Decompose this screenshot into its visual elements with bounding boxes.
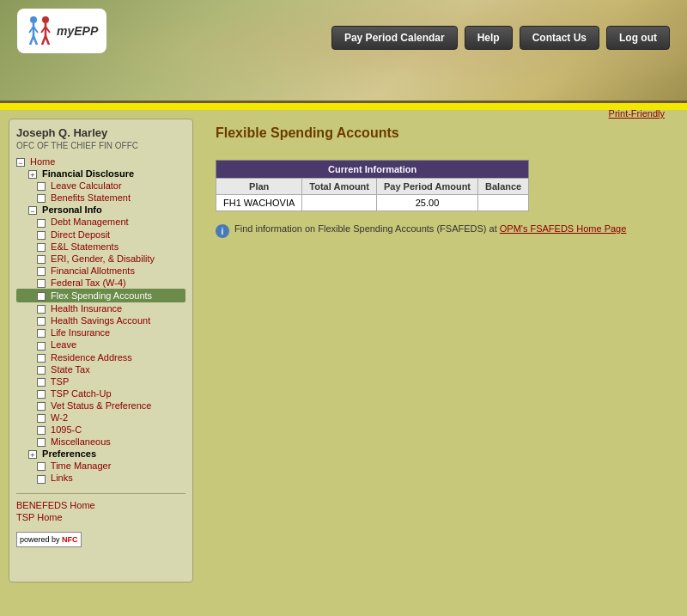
sidebar-link-links[interactable]: Links (51, 473, 73, 483)
col-header-pay-period-amount: Pay Period Amount (376, 179, 477, 195)
sidebar-link-state-tax[interactable]: State Tax (51, 364, 90, 375)
sidebar-item-el-statements[interactable]: E&L Statements (16, 241, 185, 253)
table-cell-balance (478, 195, 529, 211)
col-header-balance: Balance (478, 179, 529, 195)
sidebar-item-residence-address[interactable]: Residence Address (16, 351, 185, 363)
main-layout: Joseph Q. Harley OFC OF THE CHIEF FIN OF… (0, 110, 687, 591)
info-text-before-link: Find information on Flexible Spending Ac… (234, 223, 500, 234)
info-link-opm-fsafeds[interactable]: OPM's FSAFEDS Home Page (500, 223, 627, 234)
sidebar-item-time-manager[interactable]: Time Manager (16, 460, 185, 472)
sidebar-link-w2[interactable]: W-2 (51, 412, 68, 423)
sidebar-link-leave-calculator[interactable]: Leave Calculator (51, 180, 122, 191)
minus-icon-home: − (16, 158, 25, 167)
content-area: Flexible Spending Accounts Print-Friendl… (202, 119, 678, 582)
sidebar-link-tsp[interactable]: TSP (51, 376, 69, 387)
info-text: Find information on Flexible Spending Ac… (234, 223, 626, 234)
checkbox-icon-federal-tax (37, 279, 46, 288)
powered-by-nfc: NFC (62, 535, 78, 544)
sidebar-link-debt-management[interactable]: Debt Management (51, 217, 129, 227)
sidebar-item-financial-allotments[interactable]: Financial Allotments (16, 265, 185, 277)
sidebar-department: OFC OF THE CHIEF FIN OFFC (16, 141, 185, 150)
sidebar-link-el-statements[interactable]: E&L Statements (51, 241, 119, 252)
plus-icon-financial-disclosure: + (28, 170, 37, 179)
sidebar-link-tsp-catchup[interactable]: TSP Catch-Up (51, 388, 112, 399)
sidebar-link-health-savings[interactable]: Health Savings Account (51, 315, 150, 326)
checkbox-icon-benefits-statement (37, 194, 46, 203)
sidebar-item-flex-spending[interactable]: Flex Spending Accounts (16, 289, 185, 302)
sidebar-link-benefits-statement[interactable]: Benefits Statement (51, 192, 131, 203)
sidebar-item-links[interactable]: Links (16, 472, 185, 484)
sidebar-link-tsp-home[interactable]: TSP Home (16, 512, 63, 522)
info-section: i Find information on Flexible Spending … (216, 223, 665, 238)
sidebar-link-residence-address[interactable]: Residence Address (51, 352, 132, 363)
log-out-button[interactable]: Log out (606, 26, 670, 50)
powered-by-badge: powered by NFC (16, 532, 82, 547)
logo-figures-svg (26, 14, 53, 48)
logo-area: myEPP (17, 9, 106, 53)
sidebar-link-leave[interactable]: Leave (51, 339, 76, 350)
checkbox-icon-vet-status (37, 402, 46, 411)
checkbox-icon-1095c (37, 426, 46, 435)
sidebar-item-financial-disclosure[interactable]: + Financial Disclosure (16, 168, 185, 180)
page-title: Flexible Spending Accounts (216, 125, 399, 141)
sidebar-item-benefeds-home[interactable]: BENEFEDS Home (16, 499, 185, 511)
sidebar-link-eri[interactable]: ERI, Gender, & Disability (51, 253, 155, 264)
svg-point-6 (42, 16, 49, 23)
sidebar-link-health-insurance[interactable]: Health Insurance (51, 303, 122, 314)
sidebar-item-preferences[interactable]: + Preferences (16, 448, 185, 460)
print-friendly-link[interactable]: Print-Friendly (609, 108, 665, 119)
sidebar-item-benefits-statement[interactable]: Benefits Statement (16, 192, 185, 204)
sidebar-link-life-insurance[interactable]: Life Insurance (51, 327, 110, 338)
checkbox-icon-residence-address (37, 354, 46, 363)
table-cell-total-amount (302, 195, 377, 211)
checkbox-icon-health-savings (37, 317, 46, 326)
col-header-total-amount: Total Amount (302, 179, 377, 195)
sidebar-item-leave-calculator[interactable]: Leave Calculator (16, 180, 185, 192)
contact-us-button[interactable]: Contact Us (520, 26, 599, 50)
checkbox-icon-debt-management (37, 219, 46, 228)
sidebar-link-benefeds-home[interactable]: BENEFEDS Home (16, 500, 95, 510)
sidebar-label-preferences: Preferences (42, 448, 96, 459)
help-button[interactable]: Help (465, 26, 513, 50)
sidebar-item-personal-info[interactable]: − Personal Info (16, 204, 185, 216)
sidebar-item-state-tax[interactable]: State Tax (16, 363, 185, 375)
sidebar-link-miscellaneous[interactable]: Miscellaneous (51, 436, 111, 447)
sidebar-item-eri[interactable]: ERI, Gender, & Disability (16, 253, 185, 265)
sidebar-link-federal-tax[interactable]: Federal Tax (W-4) (51, 278, 126, 288)
sidebar-link-vet-status[interactable]: Vet Status & Preference (51, 400, 151, 411)
table-cell-plan: FH1 WACHOVIA (216, 195, 302, 211)
checkbox-icon-leave (37, 342, 46, 351)
sidebar-item-vet-status[interactable]: Vet Status & Preference (16, 399, 185, 412)
sidebar-link-direct-deposit[interactable]: Direct Deposit (51, 229, 110, 240)
checkbox-icon-tsp (37, 378, 46, 387)
checkbox-icon-leave-calculator (37, 182, 46, 191)
sidebar-item-debt-management[interactable]: Debt Management (16, 216, 185, 228)
powered-by-text: powered by (20, 535, 62, 544)
sidebar-link-financial-allotments[interactable]: Financial Allotments (51, 265, 135, 276)
sidebar-item-miscellaneous[interactable]: Miscellaneous (16, 436, 185, 448)
sidebar-item-federal-tax[interactable]: Federal Tax (W-4) (16, 277, 185, 289)
sidebar-link-1095c[interactable]: 1095-C (51, 424, 82, 435)
sidebar-user-name: Joseph Q. Harley (16, 126, 185, 139)
sidebar-item-home[interactable]: − Home (16, 156, 185, 168)
checkbox-icon-flex-spending (37, 292, 46, 301)
sidebar-item-w2[interactable]: W-2 (16, 412, 185, 424)
sidebar-item-health-savings[interactable]: Health Savings Account (16, 314, 185, 326)
sidebar-item-tsp-home[interactable]: TSP Home (16, 511, 185, 523)
checkbox-icon-links (37, 475, 46, 484)
sidebar-item-tsp[interactable]: TSP (16, 375, 185, 387)
sidebar-link-time-manager[interactable]: Time Manager (51, 460, 112, 471)
checkbox-icon-el-statements (37, 243, 46, 252)
checkbox-icon-tsp-catchup (37, 390, 46, 399)
sidebar-link-flex-spending[interactable]: Flex Spending Accounts (51, 290, 152, 301)
sidebar-link-home[interactable]: Home (30, 156, 55, 167)
info-icon: i (216, 224, 229, 238)
pay-period-calendar-button[interactable]: Pay Period Calendar (331, 26, 458, 50)
sidebar-item-1095c[interactable]: 1095-C (16, 424, 185, 436)
sidebar-item-health-insurance[interactable]: Health Insurance (16, 302, 185, 314)
sidebar-item-leave[interactable]: Leave (16, 338, 185, 351)
svg-line-11 (46, 36, 49, 45)
sidebar-item-tsp-catchup[interactable]: TSP Catch-Up (16, 387, 185, 399)
sidebar-item-direct-deposit[interactable]: Direct Deposit (16, 229, 185, 241)
sidebar-item-life-insurance[interactable]: Life Insurance (16, 326, 185, 338)
